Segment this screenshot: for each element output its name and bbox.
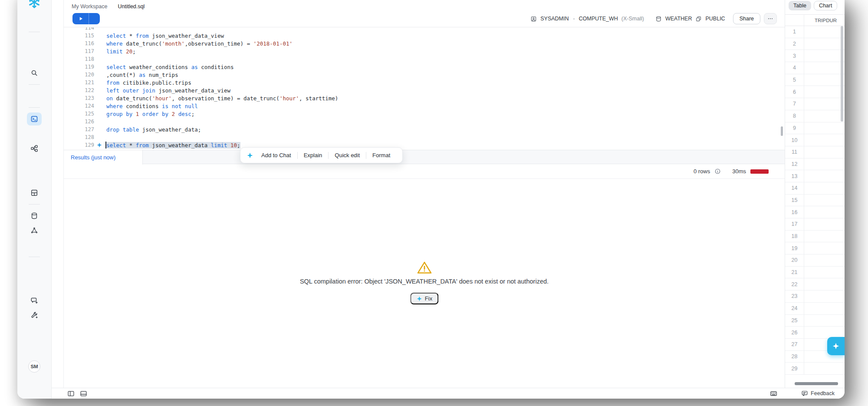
cell-value[interactable] (804, 38, 845, 50)
sidebar-item-notifications[interactable]: M8 2.8a3.8 3.8 0 0 1 3.8 3.8v2.3l1.1 1.9… (27, 342, 42, 355)
table-row[interactable]: 23 (785, 290, 845, 303)
code-line-120[interactable]: 120,count(*) as num_trips (64, 71, 785, 79)
documentation-button[interactable]: M8 4.4C6.6 3.2 4.6 3 3 3.6v8.9c1.6-.6 3.… (786, 390, 793, 397)
cell-value[interactable] (804, 195, 845, 206)
tab-chart[interactable]: Chart (814, 1, 838, 10)
sidebar-item-upload[interactable]: M4.6 12.4a3.2 3.2 0 0 1-.4-6.3 4.3 4.3 0… (27, 127, 42, 140)
fix-button[interactable]: Fix (410, 293, 438, 304)
cell-value[interactable] (804, 231, 845, 242)
code-line-125[interactable]: 125group by 1 order by 2 desc; (64, 110, 785, 118)
run-options-button[interactable]: M4.4 6.4 8 10l3.6-3.6 (89, 13, 100, 24)
table-row[interactable]: 15 (785, 195, 845, 207)
duration-bar[interactable] (750, 169, 769, 174)
schema-selector[interactable]: PUBLIC (705, 16, 725, 22)
cell-value[interactable] (804, 182, 845, 194)
sidebar-item-ai-sparkles[interactable]: M6 4.2 6.9 6.9 9.6 7.8 6.9 8.7 6 11.4 5.… (27, 157, 42, 170)
ai-action-quick-edit[interactable]: Quick edit (329, 152, 366, 158)
code-line-115[interactable]: 115select * from json_weather_data_view (64, 32, 785, 40)
code-line-117[interactable]: 117limit 20; (64, 47, 785, 55)
cell-value[interactable] (804, 62, 845, 74)
cell-value[interactable] (804, 290, 845, 302)
cell-value[interactable] (804, 363, 845, 374)
table-row[interactable]: 12 (785, 158, 845, 171)
table-row[interactable]: 8 (785, 110, 845, 122)
cell-value[interactable] (804, 242, 845, 254)
sidebar-item-tools[interactable] (27, 309, 42, 322)
table-row[interactable]: 16 (785, 206, 845, 218)
table-row[interactable]: 17 (785, 218, 845, 231)
table-row[interactable]: 7 (785, 98, 845, 110)
run-play-button[interactable] (72, 13, 89, 24)
table-row[interactable]: 4 (785, 62, 845, 74)
cell-value[interactable] (804, 158, 845, 170)
ai-assistant-button[interactable] (827, 337, 845, 355)
cell-value[interactable] (804, 267, 845, 278)
table-row[interactable]: 11 (785, 146, 845, 158)
table-row[interactable]: 9 (785, 122, 845, 135)
code-line-126[interactable]: 126 (64, 118, 785, 125)
cell-value[interactable] (804, 303, 845, 314)
code-line-119[interactable]: 119select weather_conditions as conditio… (64, 63, 785, 71)
database-selector[interactable]: WEATHER (665, 16, 692, 22)
sidebar-item-data-model[interactable] (27, 142, 42, 155)
results-tab[interactable]: Results (just now) (64, 150, 143, 165)
cell-value[interactable] (804, 327, 845, 338)
cell-value[interactable] (804, 110, 845, 122)
line-ai-sparkle-icon[interactable] (96, 142, 102, 148)
role-selector[interactable]: SYSADMIN (540, 16, 569, 22)
code-line-123[interactable]: 123on date_trunc('hour', observation_tim… (64, 94, 785, 102)
table-row[interactable]: 18 (785, 231, 845, 243)
cell-value[interactable] (804, 146, 845, 158)
table-row[interactable]: 19 (785, 242, 845, 254)
code-line-121[interactable]: 121from citibike.public.trips (64, 79, 785, 86)
info-icon[interactable] (714, 168, 721, 175)
table-row[interactable]: 6 (785, 86, 845, 98)
table-row[interactable]: 1 (785, 26, 845, 38)
table-row[interactable]: 5 (785, 74, 845, 86)
table-row[interactable]: 13 (785, 170, 845, 182)
cell-value[interactable] (804, 278, 845, 290)
cell-value[interactable] (804, 86, 845, 98)
cell-value[interactable] (804, 74, 845, 86)
cell-value[interactable] (804, 218, 845, 230)
table-horizontal-scrollbar[interactable] (795, 382, 838, 385)
column-header[interactable]: M6.2 2.8 5 13.2M11 2.8 9.8 13.2M3 5.9h10… (804, 15, 845, 26)
cell-value[interactable] (804, 122, 845, 134)
sidebar-item-pin[interactable]: M6.2 2.6h3.6M7.2 2.8l-.7 4.4-2 1.6h7l-2-… (27, 89, 42, 102)
table-row[interactable]: 10 (785, 134, 845, 146)
code-line-128[interactable]: 128 (64, 133, 785, 141)
table-row[interactable]: 25 (785, 315, 845, 327)
cell-value[interactable] (804, 315, 845, 327)
sidebar-item-home[interactable]: M3 8.2 8 3.4l5 4.8M4.6 7.4V13h6.8V7.4 (27, 37, 42, 50)
cell-value[interactable] (804, 254, 845, 266)
table-row[interactable]: 3 (785, 50, 845, 62)
ai-action-add-to-chat[interactable]: Add to Chat (255, 152, 297, 158)
code-line-116[interactable]: 116where date_trunc('month',observation_… (64, 40, 785, 47)
code-line-127[interactable]: 127drop table json_weather_data; (64, 125, 785, 133)
code-line-118[interactable]: 118 (64, 55, 785, 63)
table-row[interactable]: 14 (785, 182, 845, 195)
sidebar-item-bolt[interactable]: M8.9 2.4 4.6 8.8h2.9L6.9 13.4l4.5-6.2H8.… (27, 279, 42, 292)
toggle-bottom-panel-button[interactable] (80, 390, 87, 397)
table-row[interactable]: 24 (785, 303, 845, 315)
expand-panel-button[interactable]: M6.2 4.2 10 8l-3.8 3.8 (53, 187, 62, 195)
sidebar-item-worksheets[interactable] (27, 112, 42, 125)
toggle-left-panel-button[interactable] (67, 390, 75, 397)
table-vertical-scrollbar[interactable] (841, 26, 843, 122)
table-row[interactable]: 29 (785, 363, 845, 375)
cell-value[interactable] (804, 206, 845, 218)
share-button[interactable]: Share (733, 13, 760, 24)
sidebar-item-search[interactable] (27, 66, 42, 79)
row-index-header[interactable]: M3.4 13V8.6M6.6 13V4.4M9.8 13V6.8M13 13V… (785, 15, 804, 26)
sql-editor[interactable]: 114115select * from json_weather_data_vi… (64, 27, 785, 150)
code-line-124[interactable]: 124where conditions is not null (64, 102, 785, 110)
cell-value[interactable] (804, 50, 845, 62)
keyboard-shortcuts-button[interactable] (770, 390, 777, 397)
sidebar-item-collapse-panel[interactable]: M2.6 8h7.6M7.2 4.8 10.4 8l-3.2 3.2M13.4 … (27, 14, 42, 27)
table-row[interactable]: 21 (785, 267, 845, 279)
sidebar-item-activity[interactable]: M2 9h2.2l1.9-4.2L8.6 11l1.8-3.9.9 1.9H14 (27, 172, 42, 185)
cell-value[interactable] (804, 26, 845, 38)
sidebar-item-database[interactable] (27, 209, 42, 222)
more-options-button[interactable] (764, 13, 777, 24)
sidebar-item-apps[interactable] (27, 186, 42, 199)
